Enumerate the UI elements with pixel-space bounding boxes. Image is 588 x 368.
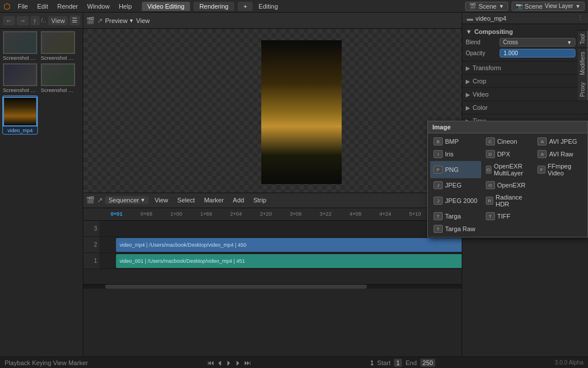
format-option-jpeg2000[interactable]: J JPEG 2000 — [430, 192, 481, 209]
thumbnail-preview — [41, 63, 75, 86]
crop-arrow-icon: ▶ — [466, 78, 470, 85]
opacity-row: Opacity 1.000 ◉ — [466, 48, 585, 59]
track-clip[interactable]: video_mp4 | /Users/macbook/Desktop/video… — [116, 238, 507, 252]
view-layer-name: Scene — [525, 3, 543, 10]
format-option-openexr[interactable]: O OpenEXR — [482, 179, 533, 191]
format-option-iris[interactable]: I Iris — [430, 148, 481, 160]
format-option-targa[interactable]: T Targa — [430, 210, 481, 222]
menu-edit[interactable]: Edit — [33, 2, 52, 11]
seq-add-menu[interactable]: Add — [230, 195, 248, 205]
format-option-avi-raw[interactable]: A AVI Raw — [534, 148, 585, 160]
scrollbar-thumb[interactable] — [105, 285, 367, 289]
seq-marker-menu[interactable]: Marker — [200, 195, 227, 205]
video-section: ▶ Video — [462, 88, 588, 101]
format-option-bmp[interactable]: B BMP — [430, 136, 481, 147]
bmp-icon: B — [434, 137, 443, 145]
track-row: 1 video_001 | /Users/macbook/Desktop/vid… — [83, 253, 520, 269]
filter-button[interactable]: ☰ — [69, 16, 80, 25]
version-label: 3.0.0 Alpha — [555, 359, 583, 366]
strip-settings-icon[interactable]: ⋮ — [577, 14, 583, 22]
main-layout: ← → ↑ /Users/macbo... View ☰ Screenshot … — [0, 13, 588, 356]
add-workspace-tab[interactable]: + — [238, 2, 253, 11]
start-value[interactable]: 1 — [394, 359, 402, 367]
list-item[interactable]: Screenshot 2... — [2, 63, 38, 93]
video-row[interactable]: ▶ Video — [466, 89, 585, 99]
transform-row[interactable]: ▶ Transform — [466, 63, 585, 73]
end-value[interactable]: 250 — [420, 359, 435, 367]
compositing-label: Compositing — [474, 28, 513, 35]
jump-end-icon[interactable]: ⏭ — [244, 359, 251, 367]
list-item[interactable]: video_mp4 — [2, 95, 38, 135]
aviraw-icon: A — [537, 150, 547, 158]
forward-button[interactable]: → — [17, 16, 29, 25]
format-option-avi-jpeg[interactable]: A AVI JPEG — [534, 136, 585, 147]
horizontal-scrollbar[interactable] — [83, 284, 520, 289]
proxy-tab[interactable]: Proxy — [578, 79, 588, 101]
workspace-tab-rendering[interactable]: Rendering — [194, 2, 234, 11]
track-row: 2 video_mp4 | /Users/macbook/Desktop/vid… — [83, 237, 520, 253]
blend-dropdown[interactable]: Cross ▼ — [500, 38, 575, 47]
list-item[interactable]: Screenshot 2... — [40, 63, 76, 93]
menu-render[interactable]: Render — [53, 2, 82, 11]
modifiers-tab[interactable]: Modifiers — [578, 48, 588, 79]
menu-window[interactable]: Window — [83, 2, 114, 11]
view-menu[interactable]: View — [53, 359, 67, 366]
format-option-jpeg[interactable]: J JPEG — [430, 179, 481, 191]
sequencer-icon: 🎬 — [86, 196, 95, 204]
format-option-cineon[interactable]: C Cineon — [482, 136, 533, 147]
blend-value: Cross — [503, 39, 518, 45]
scene-selector[interactable]: 🎬 Scene ▼ — [465, 2, 508, 11]
format-option-targa-raw[interactable]: T Targa Raw — [430, 223, 481, 235]
menu-help[interactable]: Help — [115, 2, 136, 11]
view-button[interactable]: View — [48, 16, 68, 25]
workspace-tab-video-editing[interactable]: Video Editing — [142, 2, 191, 11]
sequencer-selector[interactable]: Sequencer ▼ — [105, 196, 149, 204]
format-option-tiff[interactable]: T TIFF — [482, 210, 533, 222]
keying-menu[interactable]: Keying — [32, 359, 52, 366]
format-option-ffmpeg[interactable]: F FFmpeg Video — [534, 161, 585, 178]
view-button-label[interactable]: View — [136, 17, 150, 24]
seq-strip-menu[interactable]: Strip — [250, 195, 270, 205]
preview-selector[interactable]: Preview ▼ — [105, 17, 134, 24]
openexrml-icon: O — [486, 166, 492, 174]
file-thumbnails: Screenshot 2... Screenshot 2... Screensh… — [0, 29, 83, 137]
format-popup: Image B BMP C Cineon A AVI JPEG I Iris — [427, 121, 588, 237]
list-item[interactable]: Screenshot 2... — [2, 31, 38, 61]
jump-start-icon[interactable]: ⏮ — [207, 359, 214, 367]
format-option-openexr-ml[interactable]: O OpenEXR MultiLayer — [482, 161, 533, 178]
file-label: Screenshot 2... — [3, 87, 37, 93]
view-layer-dropdown-icon: ▼ — [575, 3, 581, 9]
next-frame-icon[interactable]: ⏵ — [235, 359, 242, 367]
crop-row[interactable]: ▶ Crop — [466, 76, 585, 86]
timeline-marker-2: 1+00 — [161, 211, 191, 217]
seq-view-menu[interactable]: View — [151, 195, 172, 205]
playback-menu[interactable]: Playback — [5, 359, 30, 366]
radiance-icon: R — [486, 197, 493, 205]
timeline-marker-9: 4+24 — [370, 211, 400, 217]
color-section: ▶ Color — [462, 101, 588, 114]
ffmpeg-icon: F — [537, 166, 546, 174]
play-icon[interactable]: ⏵ — [226, 359, 233, 367]
tool-tab[interactable]: Tool — [578, 30, 588, 48]
format-option-png[interactable]: P PNG — [430, 161, 481, 178]
transport-controls: ⏮ ⏴ ⏵ ⏵ ⏭ — [207, 359, 251, 367]
marker-menu[interactable]: Marker — [68, 359, 88, 366]
format-option-radiance[interactable]: R Radiance HDR — [482, 192, 533, 209]
opacity-slider[interactable]: 1.000 — [500, 49, 575, 57]
format-option-dpx[interactable]: D DPX — [482, 148, 533, 160]
prev-frame-icon[interactable]: ⏴ — [216, 359, 223, 367]
menu-file[interactable]: File — [14, 2, 32, 11]
back-button[interactable]: ← — [3, 16, 15, 25]
transform-arrow-icon: ▶ — [466, 65, 470, 71]
format-popup-grid: B BMP C Cineon A AVI JPEG I Iris D DPX — [428, 133, 587, 237]
seq-select-menu[interactable]: Select — [174, 195, 199, 205]
list-item[interactable]: Screenshot 2... — [40, 31, 76, 61]
scene-dropdown-icon: ▼ — [499, 3, 504, 9]
view-layer-selector[interactable]: 📷 Scene View Layer ▼ — [512, 2, 585, 11]
preview-toolbar: 🎬 ↗ Preview ▼ View 📷 ⊞ ● — [83, 13, 520, 29]
compositing-title[interactable]: ▼ Compositing — [466, 26, 585, 37]
up-button[interactable]: ↑ — [30, 16, 40, 25]
color-row[interactable]: ▶ Color — [466, 102, 585, 113]
track-clip[interactable]: video_001 | /Users/macbook/Desktop/video… — [116, 254, 507, 268]
jpeg-label: JPEG — [445, 182, 462, 189]
